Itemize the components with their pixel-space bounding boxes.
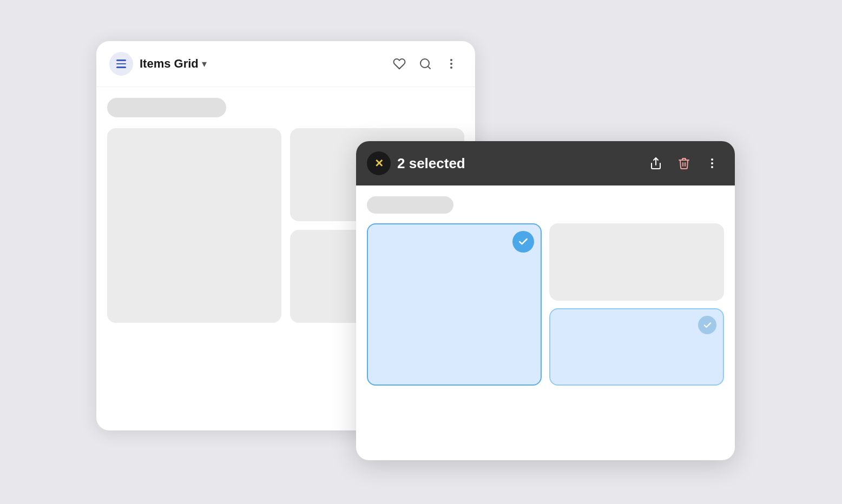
close-selection-button[interactable]: ✕ [367,151,391,175]
svg-point-8 [711,166,713,168]
svg-point-6 [711,158,713,161]
check-badge-primary [512,231,534,253]
bg-header: Items Grid ▾ [96,41,475,87]
more-options-button[interactable] [440,53,462,75]
header-actions [389,53,462,75]
checkmark-secondary-icon [703,321,712,330]
svg-line-1 [428,67,430,69]
menu-button[interactable] [109,52,133,76]
foreground-window: ✕ 2 selected [356,141,735,460]
favorite-button[interactable] [389,53,410,75]
svg-point-4 [450,67,452,69]
fg-search-bar [367,196,453,214]
menu-icon [116,59,126,68]
svg-point-3 [450,63,452,65]
delete-button[interactable] [672,151,696,175]
heart-icon [393,57,406,70]
svg-point-2 [450,59,452,61]
selection-bar: ✕ 2 selected [356,141,735,185]
more-options-bar-button[interactable] [700,151,724,175]
chevron-down-icon[interactable]: ▾ [202,58,207,70]
svg-point-7 [711,162,713,164]
more-vert-bar-icon [706,157,719,170]
fg-body [356,185,735,404]
more-vert-icon [445,57,458,70]
bar-actions [644,151,724,175]
checkmark-icon [518,236,529,247]
share-icon [649,157,662,170]
window-title: Items Grid [140,57,199,71]
trash-icon [677,157,690,170]
bg-grid-cell-1[interactable] [107,128,281,323]
title-area: Items Grid ▾ [140,57,382,71]
close-x-icon: ✕ [374,158,384,169]
fg-grid-cell-3-selected[interactable] [549,308,724,386]
bg-search-bar [107,98,226,117]
share-button[interactable] [644,151,668,175]
search-button[interactable] [415,53,436,75]
check-badge-secondary [698,316,716,334]
fg-grid [367,223,724,393]
fg-grid-cell-1-selected[interactable] [367,223,542,386]
selected-count-label: 2 selected [397,155,637,172]
fg-grid-cell-2[interactable] [549,223,724,301]
search-icon [419,57,432,70]
